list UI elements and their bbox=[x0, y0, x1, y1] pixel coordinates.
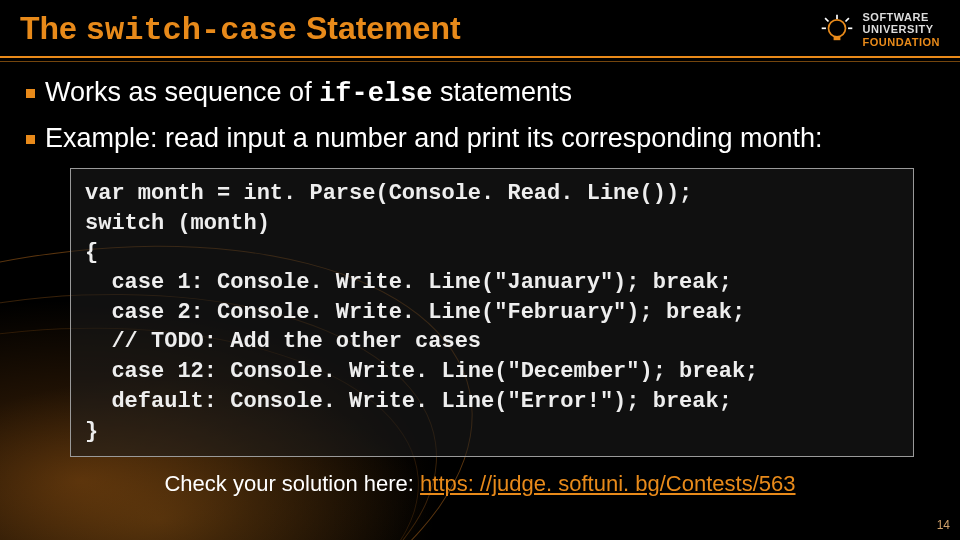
bullet1-code: if-else bbox=[319, 79, 432, 109]
code-block: var month = int. Parse(Console. Read. Li… bbox=[70, 168, 914, 457]
logo-line1: SOFTWARE bbox=[862, 11, 940, 23]
bullet-square-icon bbox=[26, 89, 35, 98]
slide-title: The switch-case Statement bbox=[20, 10, 461, 49]
bullet1-prefix: Works as sequence of bbox=[45, 77, 319, 107]
bullet-square-icon bbox=[26, 135, 35, 144]
check-solution-line: Check your solution here: https: //judge… bbox=[26, 471, 934, 497]
logo-line2: UNIVERSITY bbox=[862, 23, 940, 35]
svg-line-4 bbox=[846, 18, 849, 21]
svg-rect-1 bbox=[834, 35, 841, 39]
slide-header: The switch-case Statement SOFTWARE UNIVE… bbox=[0, 0, 960, 55]
bullet-2: Example: read input a number and print i… bbox=[26, 123, 934, 154]
bullet1-suffix: statements bbox=[433, 77, 573, 107]
page-number: 14 bbox=[937, 518, 950, 532]
title-code: switch-case bbox=[86, 12, 297, 49]
svg-line-3 bbox=[826, 18, 829, 21]
slide-content: Works as sequence of if-else statements … bbox=[0, 55, 960, 497]
bullet2-text: Example: read input a number and print i… bbox=[45, 123, 822, 154]
title-prefix: The bbox=[20, 10, 86, 46]
title-suffix: Statement bbox=[297, 10, 461, 46]
logo-text: SOFTWARE UNIVERSITY FOUNDATION bbox=[862, 11, 940, 47]
check-prefix: Check your solution here: bbox=[164, 471, 420, 496]
bullet-1: Works as sequence of if-else statements bbox=[26, 77, 934, 109]
solution-link[interactable]: https: //judge. softuni. bg/Contests/563 bbox=[420, 471, 795, 496]
svg-point-0 bbox=[829, 19, 846, 36]
logo: SOFTWARE UNIVERSITY FOUNDATION bbox=[820, 11, 940, 47]
logo-line3: FOUNDATION bbox=[862, 36, 940, 48]
lightbulb-icon bbox=[820, 13, 854, 47]
